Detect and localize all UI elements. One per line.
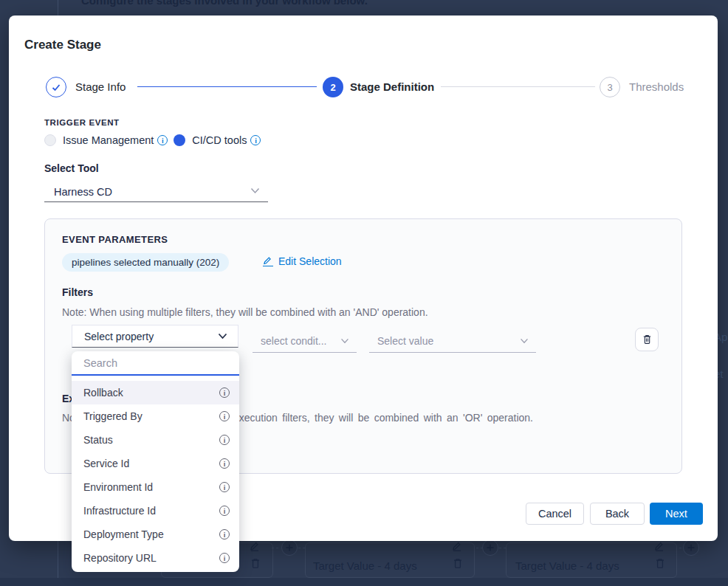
edit-icon [250, 541, 260, 551]
filters-note: Note: When using multiple filters, they … [62, 306, 428, 318]
step2-label: Stage Definition [350, 77, 434, 97]
pipelines-chip: pipelines selected manually (202) [62, 253, 229, 272]
radio-issue-management[interactable] [44, 134, 56, 146]
info-icon[interactable]: i [219, 387, 230, 398]
back-button[interactable]: Back [590, 503, 645, 525]
radio-label-issue-management: Issue Management [63, 134, 154, 146]
chevron-down-icon[interactable] [250, 187, 260, 194]
value-select[interactable]: Select value [369, 330, 536, 353]
info-icon[interactable]: i [250, 135, 261, 145]
info-icon[interactable]: i [219, 458, 230, 469]
select-tool-label: Select Tool [44, 162, 99, 174]
condition-select[interactable]: select condit... [253, 330, 357, 353]
info-icon[interactable]: i [219, 411, 230, 421]
background-card-label: Target Value - 4 days [515, 559, 619, 572]
chevron-down-icon [218, 333, 227, 339]
add-stage-icon [281, 541, 298, 556]
background-heading: Configure the stages involved in your wo… [81, 0, 368, 7]
dropdown-item[interactable]: Repository URLi [72, 546, 239, 570]
dropdown-item[interactable]: Statusi [72, 428, 239, 452]
check-icon [51, 83, 61, 92]
background-card: Target Value - 4 days [305, 542, 475, 578]
trash-icon [654, 557, 666, 570]
property-select[interactable]: Select property [72, 325, 238, 348]
radio-cicd-tools[interactable] [174, 134, 185, 146]
chevron-down-icon [340, 338, 349, 344]
modal-title: Create Stage [24, 38, 101, 52]
edit-selection-link[interactable]: Edit Selection [263, 255, 342, 267]
dropdown-list: Rollbacki Triggered Byi Statusi Service … [72, 376, 239, 570]
tool-select-value[interactable]: Harness CD [54, 186, 112, 198]
event-parameters-title: EVENT PARAMETERS [62, 234, 168, 245]
trigger-options: Issue Management i CI/CD tools i [44, 134, 261, 147]
edit-icon [452, 541, 462, 551]
step1-done-circle[interactable] [46, 77, 66, 97]
property-dropdown: Rollbacki Triggered Byi Statusi Service … [72, 351, 239, 572]
info-icon[interactable]: i [219, 435, 230, 445]
dashed-connector [272, 548, 278, 548]
dropdown-item[interactable]: Deployment Typei [72, 523, 239, 546]
value-select-value: Select value [377, 335, 520, 347]
dashed-connector [499, 548, 506, 548]
next-button[interactable]: Next [650, 503, 703, 525]
dimmed-page-top: Configure the stages involved in your wo… [0, 0, 728, 15]
edit-selection-label: Edit Selection [278, 255, 342, 267]
stepper-connector [137, 86, 317, 87]
cancel-button[interactable]: Cancel [526, 503, 584, 525]
add-stage-icon [683, 541, 699, 556]
stepper-connector [441, 86, 595, 87]
info-icon[interactable]: i [157, 135, 168, 145]
step3-circle[interactable]: 3 [600, 77, 620, 97]
info-icon[interactable]: i [219, 482, 230, 492]
trigger-event-label: TRIGGER EVENT [44, 118, 120, 127]
chevron-down-icon [520, 338, 529, 344]
trash-icon [250, 557, 261, 570]
step3-label: Thresholds [629, 77, 684, 97]
background-card-label: Target Value - 4 days [313, 559, 417, 572]
background-divider [58, 0, 58, 15]
trash-icon [642, 334, 653, 345]
info-icon[interactable]: i [219, 529, 230, 540]
dashed-connector [298, 548, 305, 548]
add-stage-icon [482, 541, 498, 556]
screen: Configure the stages involved in your wo… [0, 0, 728, 586]
dropdown-item[interactable]: Service Idi [72, 452, 239, 475]
step1-label: Stage Info [75, 77, 126, 97]
info-icon[interactable]: i [219, 553, 230, 563]
condition-select-value: select condit... [261, 335, 340, 347]
tool-select-underline [44, 201, 268, 202]
property-select-value: Select property [84, 331, 218, 342]
dropdown-search-input[interactable] [72, 351, 239, 376]
filters-title: Filters [62, 286, 93, 298]
trash-icon [452, 557, 464, 570]
dropdown-item[interactable]: Triggered Byi [72, 404, 239, 428]
edit-icon [263, 256, 273, 266]
step2-circle[interactable]: 2 [323, 77, 343, 97]
edit-icon [654, 541, 665, 551]
dropdown-item[interactable]: Infrastructure Idi [72, 499, 239, 523]
info-icon[interactable]: i [219, 506, 230, 516]
delete-filter-button[interactable] [635, 328, 659, 351]
dropdown-item[interactable]: Rollbacki [72, 381, 239, 404]
dropdown-item[interactable]: Environment Idi [72, 475, 239, 499]
background-card: Target Value - 4 days [506, 542, 677, 578]
radio-label-cicd-tools: CI/CD tools [192, 134, 247, 146]
background-strip [0, 578, 728, 586]
